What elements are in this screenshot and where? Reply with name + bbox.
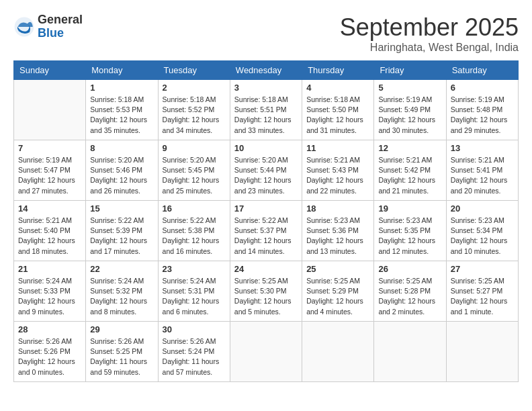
day-number: 19 bbox=[378, 203, 441, 214]
day-info: Sunrise: 5:24 AM Sunset: 5:32 PM Dayligh… bbox=[90, 276, 153, 317]
day-info: Sunrise: 5:19 AM Sunset: 5:49 PM Dayligh… bbox=[378, 95, 441, 136]
day-number: 24 bbox=[234, 264, 298, 274]
day-number: 2 bbox=[163, 83, 226, 93]
calendar-cell: 21Sunrise: 5:24 AM Sunset: 5:33 PM Dayli… bbox=[14, 261, 86, 322]
day-info: Sunrise: 5:20 AM Sunset: 5:44 PM Dayligh… bbox=[234, 155, 298, 196]
calendar-cell: 20Sunrise: 5:23 AM Sunset: 5:34 PM Dayli… bbox=[446, 201, 518, 261]
calendar-cell: 30Sunrise: 5:26 AM Sunset: 5:24 PM Dayli… bbox=[158, 322, 230, 382]
week-row-1: 1Sunrise: 5:18 AM Sunset: 5:53 PM Daylig… bbox=[14, 80, 519, 140]
calendar-cell: 25Sunrise: 5:25 AM Sunset: 5:29 PM Dayli… bbox=[302, 261, 374, 322]
calendar-cell: 9Sunrise: 5:20 AM Sunset: 5:45 PM Daylig… bbox=[158, 140, 230, 201]
day-info: Sunrise: 5:18 AM Sunset: 5:53 PM Dayligh… bbox=[90, 95, 153, 136]
logo: General Blue bbox=[13, 13, 83, 40]
day-info: Sunrise: 5:25 AM Sunset: 5:30 PM Dayligh… bbox=[234, 276, 298, 317]
calendar-cell: 17Sunrise: 5:22 AM Sunset: 5:37 PM Dayli… bbox=[230, 201, 302, 261]
day-number: 3 bbox=[234, 83, 298, 93]
day-number: 5 bbox=[378, 83, 441, 93]
day-info: Sunrise: 5:24 AM Sunset: 5:31 PM Dayligh… bbox=[163, 276, 226, 317]
day-of-week-tuesday: Tuesday bbox=[158, 61, 230, 80]
calendar-cell: 5Sunrise: 5:19 AM Sunset: 5:49 PM Daylig… bbox=[374, 80, 446, 140]
calendar-cell: 10Sunrise: 5:20 AM Sunset: 5:44 PM Dayli… bbox=[230, 140, 302, 201]
day-number: 17 bbox=[234, 203, 298, 214]
week-row-4: 21Sunrise: 5:24 AM Sunset: 5:33 PM Dayli… bbox=[14, 261, 519, 322]
calendar-cell: 26Sunrise: 5:25 AM Sunset: 5:28 PM Dayli… bbox=[374, 261, 446, 322]
day-number: 22 bbox=[90, 264, 153, 274]
day-info: Sunrise: 5:23 AM Sunset: 5:35 PM Dayligh… bbox=[378, 216, 441, 257]
day-info: Sunrise: 5:21 AM Sunset: 5:42 PM Dayligh… bbox=[378, 155, 441, 196]
calendar-cell: 23Sunrise: 5:24 AM Sunset: 5:31 PM Dayli… bbox=[158, 261, 230, 322]
day-number: 21 bbox=[18, 264, 81, 274]
calendar-cell: 19Sunrise: 5:23 AM Sunset: 5:35 PM Dayli… bbox=[374, 201, 446, 261]
month-title: September 2025 bbox=[340, 13, 519, 42]
calendar-cell: 8Sunrise: 5:20 AM Sunset: 5:46 PM Daylig… bbox=[86, 140, 158, 201]
day-number: 16 bbox=[163, 203, 226, 214]
day-info: Sunrise: 5:22 AM Sunset: 5:37 PM Dayligh… bbox=[234, 216, 298, 257]
day-info: Sunrise: 5:18 AM Sunset: 5:50 PM Dayligh… bbox=[306, 95, 369, 136]
calendar-cell: 14Sunrise: 5:21 AM Sunset: 5:40 PM Dayli… bbox=[14, 201, 86, 261]
day-info: Sunrise: 5:25 AM Sunset: 5:29 PM Dayligh… bbox=[306, 276, 369, 317]
logo-text: General Blue bbox=[38, 13, 83, 40]
day-number: 27 bbox=[451, 264, 514, 274]
day-info: Sunrise: 5:21 AM Sunset: 5:40 PM Dayligh… bbox=[18, 216, 81, 257]
day-number: 28 bbox=[18, 324, 81, 334]
day-number: 23 bbox=[163, 264, 226, 274]
calendar-cell: 1Sunrise: 5:18 AM Sunset: 5:53 PM Daylig… bbox=[86, 80, 158, 140]
logo-icon bbox=[13, 16, 35, 38]
day-number: 15 bbox=[90, 203, 153, 214]
day-info: Sunrise: 5:21 AM Sunset: 5:43 PM Dayligh… bbox=[306, 155, 369, 196]
calendar-cell: 13Sunrise: 5:21 AM Sunset: 5:41 PM Dayli… bbox=[446, 140, 518, 201]
day-info: Sunrise: 5:22 AM Sunset: 5:38 PM Dayligh… bbox=[163, 216, 226, 257]
day-number: 14 bbox=[18, 203, 81, 214]
week-row-3: 14Sunrise: 5:21 AM Sunset: 5:40 PM Dayli… bbox=[14, 201, 519, 261]
calendar-cell: 3Sunrise: 5:18 AM Sunset: 5:51 PM Daylig… bbox=[230, 80, 302, 140]
calendar-cell: 16Sunrise: 5:22 AM Sunset: 5:38 PM Dayli… bbox=[158, 201, 230, 261]
day-info: Sunrise: 5:26 AM Sunset: 5:25 PM Dayligh… bbox=[90, 336, 153, 377]
day-number: 25 bbox=[306, 264, 369, 274]
day-number: 8 bbox=[90, 143, 153, 153]
day-of-week-saturday: Saturday bbox=[446, 61, 518, 80]
day-number: 10 bbox=[234, 143, 298, 153]
day-info: Sunrise: 5:23 AM Sunset: 5:34 PM Dayligh… bbox=[451, 216, 514, 257]
day-of-week-wednesday: Wednesday bbox=[230, 61, 302, 80]
day-info: Sunrise: 5:20 AM Sunset: 5:45 PM Dayligh… bbox=[163, 155, 226, 196]
day-info: Sunrise: 5:21 AM Sunset: 5:41 PM Dayligh… bbox=[451, 155, 514, 196]
day-info: Sunrise: 5:19 AM Sunset: 5:47 PM Dayligh… bbox=[18, 155, 81, 196]
week-row-5: 28Sunrise: 5:26 AM Sunset: 5:26 PM Dayli… bbox=[14, 322, 519, 382]
day-of-week-monday: Monday bbox=[86, 61, 158, 80]
day-info: Sunrise: 5:26 AM Sunset: 5:26 PM Dayligh… bbox=[18, 336, 81, 377]
calendar-body: 1Sunrise: 5:18 AM Sunset: 5:53 PM Daylig… bbox=[14, 80, 519, 382]
day-of-week-friday: Friday bbox=[374, 61, 446, 80]
day-number: 11 bbox=[306, 143, 369, 153]
day-number: 18 bbox=[306, 203, 369, 214]
day-of-week-thursday: Thursday bbox=[302, 61, 374, 80]
calendar-cell: 6Sunrise: 5:19 AM Sunset: 5:48 PM Daylig… bbox=[446, 80, 518, 140]
day-number: 6 bbox=[451, 83, 514, 93]
day-number: 4 bbox=[306, 83, 369, 93]
calendar-cell: 28Sunrise: 5:26 AM Sunset: 5:26 PM Dayli… bbox=[14, 322, 86, 382]
day-info: Sunrise: 5:23 AM Sunset: 5:36 PM Dayligh… bbox=[306, 216, 369, 257]
day-number: 9 bbox=[163, 143, 226, 153]
calendar-cell: 29Sunrise: 5:26 AM Sunset: 5:25 PM Dayli… bbox=[86, 322, 158, 382]
calendar-cell: 15Sunrise: 5:22 AM Sunset: 5:39 PM Dayli… bbox=[86, 201, 158, 261]
calendar-cell: 2Sunrise: 5:18 AM Sunset: 5:52 PM Daylig… bbox=[158, 80, 230, 140]
calendar-cell bbox=[230, 322, 302, 382]
day-number: 12 bbox=[378, 143, 441, 153]
day-info: Sunrise: 5:25 AM Sunset: 5:27 PM Dayligh… bbox=[451, 276, 514, 317]
calendar-cell: 22Sunrise: 5:24 AM Sunset: 5:32 PM Dayli… bbox=[86, 261, 158, 322]
calendar-cell bbox=[374, 322, 446, 382]
calendar-cell: 18Sunrise: 5:23 AM Sunset: 5:36 PM Dayli… bbox=[302, 201, 374, 261]
title-block: September 2025 Haringhata, West Bengal, … bbox=[340, 13, 519, 54]
location: Haringhata, West Bengal, India bbox=[340, 42, 519, 54]
calendar-cell: 24Sunrise: 5:25 AM Sunset: 5:30 PM Dayli… bbox=[230, 261, 302, 322]
week-row-2: 7Sunrise: 5:19 AM Sunset: 5:47 PM Daylig… bbox=[14, 140, 519, 201]
day-of-week-sunday: Sunday bbox=[14, 61, 86, 80]
day-number: 29 bbox=[90, 324, 153, 334]
calendar-cell bbox=[446, 322, 518, 382]
day-info: Sunrise: 5:19 AM Sunset: 5:48 PM Dayligh… bbox=[451, 95, 514, 136]
day-info: Sunrise: 5:22 AM Sunset: 5:39 PM Dayligh… bbox=[90, 216, 153, 257]
day-info: Sunrise: 5:24 AM Sunset: 5:33 PM Dayligh… bbox=[18, 276, 81, 317]
calendar-cell: 7Sunrise: 5:19 AM Sunset: 5:47 PM Daylig… bbox=[14, 140, 86, 201]
day-number: 30 bbox=[163, 324, 226, 334]
calendar-table: SundayMondayTuesdayWednesdayThursdayFrid… bbox=[13, 60, 519, 382]
day-number: 13 bbox=[451, 143, 514, 153]
